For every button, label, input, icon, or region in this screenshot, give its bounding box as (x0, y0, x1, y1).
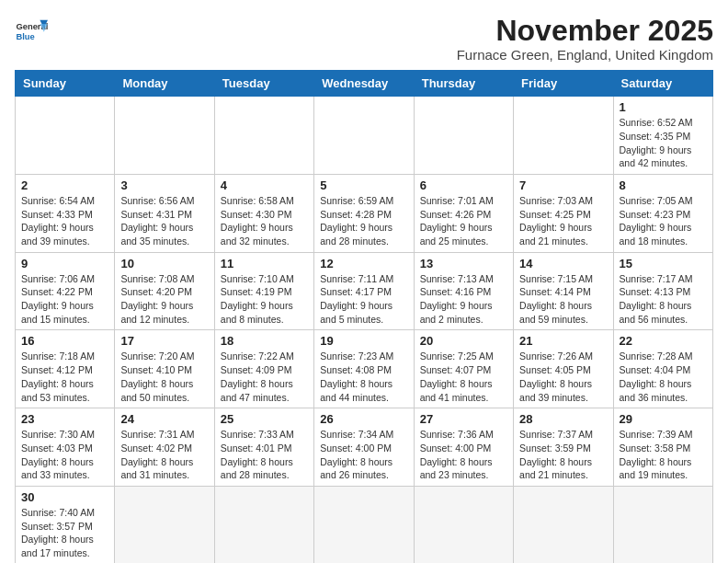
day-info: Sunrise: 7:20 AM Sunset: 4:10 PM Dayligh… (120, 350, 208, 404)
day-info: Sunrise: 7:13 AM Sunset: 4:16 PM Dayligh… (420, 272, 507, 327)
calendar-cell: 11Sunrise: 7:10 AM Sunset: 4:19 PM Dayli… (214, 252, 313, 330)
svg-text:Blue: Blue (16, 32, 34, 41)
day-info: Sunrise: 7:34 AM Sunset: 4:00 PM Dayligh… (320, 428, 407, 482)
day-number: 11 (221, 257, 308, 270)
day-info: Sunrise: 7:30 AM Sunset: 4:03 PM Dayligh… (21, 428, 108, 482)
day-number: 14 (519, 257, 607, 270)
day-number: 7 (519, 178, 607, 192)
day-number: 10 (120, 257, 208, 270)
day-info: Sunrise: 6:59 AM Sunset: 4:28 PM Dayligh… (320, 194, 407, 248)
weekday-header-thursday: Thursday (414, 71, 513, 97)
calendar-cell (514, 486, 613, 563)
calendar-week-row: 1Sunrise: 6:52 AM Sunset: 4:35 PM Daylig… (16, 97, 713, 175)
calendar-cell: 17Sunrise: 7:20 AM Sunset: 4:10 PM Dayli… (115, 330, 214, 408)
calendar-cell: 29Sunrise: 7:39 AM Sunset: 3:58 PM Dayli… (613, 408, 712, 487)
day-number: 25 (221, 412, 308, 426)
day-info: Sunrise: 7:15 AM Sunset: 4:14 PM Dayligh… (519, 272, 607, 327)
weekday-header-saturday: Saturday (613, 71, 712, 97)
calendar-cell: 13Sunrise: 7:13 AM Sunset: 4:16 PM Dayli… (414, 252, 513, 330)
day-info: Sunrise: 7:40 AM Sunset: 3:57 PM Dayligh… (21, 506, 108, 560)
day-number: 16 (21, 334, 108, 348)
calendar-cell (214, 97, 313, 175)
title-area: November 2025 Furnace Green, England, Un… (457, 15, 713, 63)
day-info: Sunrise: 6:56 AM Sunset: 4:31 PM Dayligh… (120, 194, 208, 248)
day-number: 2 (21, 178, 108, 192)
day-info: Sunrise: 7:28 AM Sunset: 4:04 PM Dayligh… (620, 350, 707, 404)
day-number: 1 (620, 100, 707, 114)
calendar-cell: 9Sunrise: 7:06 AM Sunset: 4:22 PM Daylig… (16, 252, 115, 330)
day-info: Sunrise: 6:54 AM Sunset: 4:33 PM Dayligh… (21, 194, 108, 248)
calendar-cell: 20Sunrise: 7:25 AM Sunset: 4:07 PM Dayli… (414, 330, 513, 408)
day-info: Sunrise: 7:22 AM Sunset: 4:09 PM Dayligh… (221, 350, 308, 404)
day-number: 17 (120, 334, 208, 348)
day-number: 30 (21, 490, 108, 504)
day-number: 27 (420, 412, 507, 426)
day-number: 28 (519, 412, 607, 426)
calendar-cell: 5Sunrise: 6:59 AM Sunset: 4:28 PM Daylig… (314, 174, 414, 252)
day-info: Sunrise: 7:05 AM Sunset: 4:23 PM Dayligh… (620, 194, 707, 248)
weekday-header-monday: Monday (115, 71, 214, 97)
calendar-cell (414, 97, 513, 175)
calendar-week-row: 23Sunrise: 7:30 AM Sunset: 4:03 PM Dayli… (16, 408, 713, 487)
calendar-week-row: 16Sunrise: 7:18 AM Sunset: 4:12 PM Dayli… (16, 330, 713, 408)
header: General Blue November 2025 Furnace Green… (15, 15, 713, 63)
day-number: 15 (620, 257, 707, 270)
day-number: 9 (21, 257, 108, 270)
calendar-cell: 8Sunrise: 7:05 AM Sunset: 4:23 PM Daylig… (613, 174, 712, 252)
day-number: 3 (120, 178, 208, 192)
calendar-cell: 10Sunrise: 7:08 AM Sunset: 4:20 PM Dayli… (115, 252, 214, 330)
day-number: 26 (320, 412, 407, 426)
day-info: Sunrise: 7:37 AM Sunset: 3:59 PM Dayligh… (519, 428, 607, 482)
day-number: 12 (320, 257, 407, 270)
calendar-cell: 25Sunrise: 7:33 AM Sunset: 4:01 PM Dayli… (214, 408, 313, 487)
calendar-cell: 24Sunrise: 7:31 AM Sunset: 4:02 PM Dayli… (115, 408, 214, 487)
calendar-cell: 6Sunrise: 7:01 AM Sunset: 4:26 PM Daylig… (414, 174, 513, 252)
day-info: Sunrise: 7:18 AM Sunset: 4:12 PM Dayligh… (21, 350, 108, 404)
calendar-cell (115, 486, 214, 563)
day-info: Sunrise: 7:06 AM Sunset: 4:22 PM Dayligh… (21, 272, 108, 327)
day-info: Sunrise: 7:23 AM Sunset: 4:08 PM Dayligh… (320, 350, 407, 404)
calendar-cell: 18Sunrise: 7:22 AM Sunset: 4:09 PM Dayli… (214, 330, 313, 408)
calendar-cell: 26Sunrise: 7:34 AM Sunset: 4:00 PM Dayli… (314, 408, 414, 487)
calendar-cell: 22Sunrise: 7:28 AM Sunset: 4:04 PM Dayli… (613, 330, 712, 408)
day-info: Sunrise: 7:08 AM Sunset: 4:20 PM Dayligh… (120, 272, 208, 327)
calendar-cell (115, 97, 214, 175)
day-info: Sunrise: 7:25 AM Sunset: 4:07 PM Dayligh… (420, 350, 507, 404)
location-subtitle: Furnace Green, England, United Kingdom (457, 47, 713, 63)
day-info: Sunrise: 7:36 AM Sunset: 4:00 PM Dayligh… (420, 428, 507, 482)
weekday-header-row: SundayMondayTuesdayWednesdayThursdayFrid… (16, 71, 713, 97)
day-info: Sunrise: 7:31 AM Sunset: 4:02 PM Dayligh… (120, 428, 208, 482)
calendar-cell: 14Sunrise: 7:15 AM Sunset: 4:14 PM Dayli… (514, 252, 613, 330)
day-number: 21 (519, 334, 607, 348)
calendar-week-row: 30Sunrise: 7:40 AM Sunset: 3:57 PM Dayli… (16, 486, 713, 563)
calendar-cell: 28Sunrise: 7:37 AM Sunset: 3:59 PM Dayli… (514, 408, 613, 487)
calendar-cell (414, 486, 513, 563)
logo-icon: General Blue (15, 15, 48, 48)
logo: General Blue (15, 15, 48, 48)
calendar-cell: 30Sunrise: 7:40 AM Sunset: 3:57 PM Dayli… (16, 486, 115, 563)
day-info: Sunrise: 7:11 AM Sunset: 4:17 PM Dayligh… (320, 272, 407, 327)
day-number: 23 (21, 412, 108, 426)
day-info: Sunrise: 7:17 AM Sunset: 4:13 PM Dayligh… (620, 272, 707, 327)
day-number: 20 (420, 334, 507, 348)
calendar-cell (214, 486, 313, 563)
calendar-cell (16, 97, 115, 175)
weekday-header-tuesday: Tuesday (214, 71, 313, 97)
day-info: Sunrise: 6:58 AM Sunset: 4:30 PM Dayligh… (221, 194, 308, 248)
day-info: Sunrise: 7:03 AM Sunset: 4:25 PM Dayligh… (519, 194, 607, 248)
day-number: 22 (620, 334, 707, 348)
day-number: 29 (620, 412, 707, 426)
day-number: 5 (320, 178, 407, 192)
day-info: Sunrise: 7:26 AM Sunset: 4:05 PM Dayligh… (519, 350, 607, 404)
day-info: Sunrise: 7:10 AM Sunset: 4:19 PM Dayligh… (221, 272, 308, 327)
month-year-title: November 2025 (457, 15, 713, 47)
day-number: 24 (120, 412, 208, 426)
calendar-cell: 1Sunrise: 6:52 AM Sunset: 4:35 PM Daylig… (613, 97, 712, 175)
day-number: 19 (320, 334, 407, 348)
calendar-cell: 23Sunrise: 7:30 AM Sunset: 4:03 PM Dayli… (16, 408, 115, 487)
weekday-header-sunday: Sunday (16, 71, 115, 97)
day-number: 4 (221, 178, 308, 192)
day-info: Sunrise: 7:01 AM Sunset: 4:26 PM Dayligh… (420, 194, 507, 248)
calendar-week-row: 9Sunrise: 7:06 AM Sunset: 4:22 PM Daylig… (16, 252, 713, 330)
weekday-header-friday: Friday (514, 71, 613, 97)
